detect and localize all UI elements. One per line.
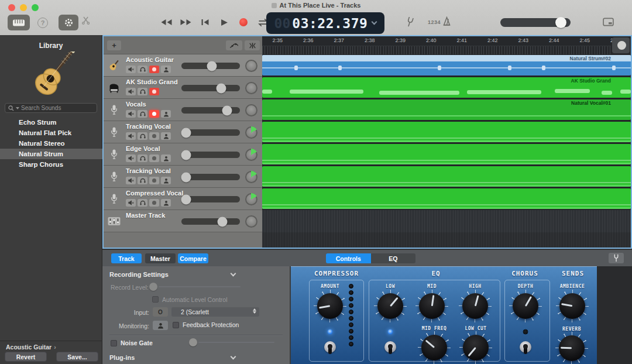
solo-button[interactable] bbox=[138, 88, 147, 95]
tab-master[interactable]: Master bbox=[145, 253, 176, 263]
save-button[interactable]: Save... bbox=[56, 352, 98, 362]
quick-help-button[interactable]: ? bbox=[37, 18, 48, 28]
track-name[interactable]: Compressed Vocal bbox=[126, 190, 183, 197]
pan-knob[interactable] bbox=[245, 193, 257, 205]
input-monitoring-button[interactable] bbox=[161, 110, 171, 118]
automation-button[interactable] bbox=[226, 40, 242, 50]
amount-knob[interactable] bbox=[314, 290, 346, 322]
mute-button[interactable] bbox=[126, 154, 136, 162]
master-track-lane[interactable] bbox=[262, 210, 631, 232]
chorus-toggle-switch[interactable] bbox=[519, 340, 532, 356]
input-monitoring-button[interactable] bbox=[161, 154, 171, 162]
input-format-button[interactable]: O bbox=[153, 307, 168, 317]
record-level-slider-knob[interactable] bbox=[149, 283, 157, 291]
list-item-selected[interactable]: Natural Strum bbox=[0, 149, 102, 159]
volume-knob[interactable] bbox=[217, 83, 226, 93]
track-name[interactable]: Vocals bbox=[126, 101, 146, 108]
lcd-chevron-down-icon[interactable] bbox=[372, 19, 377, 25]
track-row[interactable]: Edge Vocal bbox=[104, 143, 262, 166]
count-in-button[interactable]: 1234 bbox=[428, 19, 441, 25]
editors-button[interactable] bbox=[82, 16, 90, 27]
audio-region[interactable] bbox=[262, 122, 631, 142]
tuning-button[interactable] bbox=[609, 253, 624, 263]
volume-slider[interactable] bbox=[181, 129, 240, 136]
volume-knob[interactable] bbox=[207, 61, 217, 71]
pan-knob[interactable] bbox=[245, 60, 257, 72]
record-enable-button[interactable] bbox=[149, 177, 159, 184]
catch-playhead-button[interactable] bbox=[245, 40, 260, 50]
input-monitoring-button[interactable] bbox=[161, 132, 171, 140]
track-lane[interactable] bbox=[262, 188, 631, 210]
feedback-protection-checkbox[interactable] bbox=[173, 322, 179, 328]
smart-controls-button[interactable] bbox=[59, 15, 78, 30]
record-enable-button[interactable] bbox=[149, 154, 159, 162]
track-row[interactable]: AK Studio Grand bbox=[104, 77, 262, 99]
record-enable-button[interactable] bbox=[149, 88, 159, 95]
track-row[interactable]: Tracking Vocal bbox=[104, 166, 262, 188]
solo-button[interactable] bbox=[138, 66, 147, 73]
add-track-button[interactable]: + bbox=[107, 40, 121, 50]
track-lane[interactable]: Natural Strum#02 bbox=[262, 54, 631, 77]
list-item[interactable]: Natural Flat Pick bbox=[0, 128, 102, 138]
master-track-row[interactable]: Master Track bbox=[104, 210, 262, 232]
audio-region[interactable] bbox=[262, 188, 631, 209]
master-volume-slider[interactable] bbox=[500, 18, 571, 27]
record-level-slider-track[interactable] bbox=[159, 286, 241, 287]
tab-controls[interactable]: Controls bbox=[326, 253, 371, 263]
audio-region[interactable] bbox=[262, 144, 631, 164]
search-scope-chevron-icon[interactable] bbox=[16, 107, 19, 109]
list-item[interactable]: Natural Stereo bbox=[0, 138, 102, 149]
track-name[interactable]: Tracking Vocal bbox=[126, 167, 171, 174]
plugins-header[interactable]: Plug-ins bbox=[109, 354, 135, 361]
mute-button[interactable] bbox=[126, 199, 136, 207]
tab-track[interactable]: Track bbox=[111, 253, 142, 263]
record-enable-button[interactable] bbox=[149, 199, 159, 207]
track-row[interactable]: Vocals bbox=[104, 99, 262, 121]
collapse-chevron-icon[interactable] bbox=[231, 354, 236, 360]
tuner-button[interactable] bbox=[406, 17, 414, 30]
depth-knob[interactable] bbox=[509, 290, 542, 322]
display-mode-button[interactable] bbox=[603, 18, 614, 26]
track-name[interactable]: Acoustic Guitar bbox=[126, 56, 174, 63]
pan-knob[interactable] bbox=[245, 82, 257, 94]
track-row[interactable]: Acoustic Guitar bbox=[104, 54, 262, 77]
collapse-chevron-icon[interactable] bbox=[231, 271, 236, 277]
go-to-beginning-button[interactable] bbox=[198, 16, 212, 29]
pan-knob[interactable] bbox=[245, 104, 257, 116]
revert-button[interactable]: Revert bbox=[5, 352, 47, 362]
volume-slider-knob[interactable] bbox=[555, 17, 566, 28]
rewind-button[interactable] bbox=[159, 16, 173, 29]
tab-eq[interactable]: EQ bbox=[371, 253, 416, 263]
arrange-area[interactable]: 2:35 2:36 2:37 2:38 2:39 2:40 2:41 2:42 … bbox=[262, 36, 631, 248]
mid-knob[interactable] bbox=[415, 290, 448, 322]
audio-region[interactable] bbox=[262, 166, 631, 187]
forward-button[interactable] bbox=[178, 16, 193, 29]
mute-button[interactable] bbox=[126, 66, 136, 73]
play-button[interactable] bbox=[217, 16, 231, 29]
mute-button[interactable] bbox=[126, 177, 136, 184]
eq-toggle-switch[interactable] bbox=[384, 340, 397, 356]
solo-button[interactable] bbox=[138, 132, 147, 140]
noise-gate-slider-knob[interactable] bbox=[189, 338, 197, 346]
tab-compare[interactable]: Compare bbox=[178, 253, 208, 263]
reverb-knob[interactable] bbox=[555, 332, 588, 364]
lcd-display[interactable]: 00 03:22.379 bbox=[266, 12, 384, 34]
record-enable-button[interactable] bbox=[149, 66, 159, 73]
auto-level-checkbox[interactable] bbox=[152, 296, 159, 303]
track-name[interactable]: AK Studio Grand bbox=[126, 78, 178, 85]
track-lane[interactable]: Natural Vocal#01 bbox=[262, 99, 631, 121]
volume-slider[interactable] bbox=[181, 174, 240, 180]
zoom-knob[interactable] bbox=[617, 41, 626, 50]
pan-knob[interactable] bbox=[245, 171, 257, 183]
track-name[interactable]: Edge Vocal bbox=[126, 145, 160, 152]
audio-region[interactable]: Natural Vocal#01 bbox=[262, 99, 631, 120]
record-button[interactable] bbox=[236, 16, 250, 29]
midi-region[interactable]: AK Studio Grand bbox=[262, 77, 631, 98]
volume-slider[interactable] bbox=[181, 196, 240, 202]
track-row[interactable]: Tracking Vocal bbox=[104, 121, 262, 143]
noise-gate-slider-track[interactable] bbox=[198, 342, 274, 343]
monitoring-button[interactable] bbox=[153, 321, 168, 330]
track-name[interactable]: Master Track bbox=[126, 212, 165, 219]
volume-knob[interactable] bbox=[181, 150, 191, 160]
low-cut-knob[interactable] bbox=[459, 331, 492, 364]
